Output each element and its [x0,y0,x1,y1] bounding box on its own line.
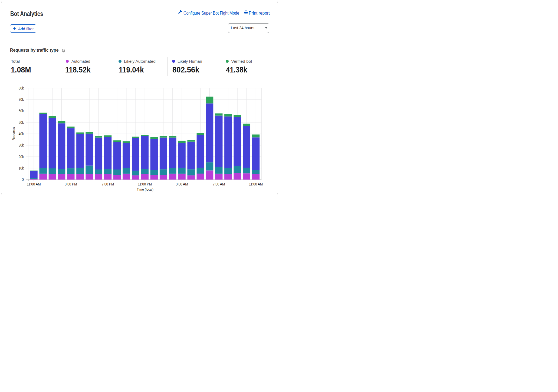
svg-text:70k: 70k [19,97,24,102]
svg-text:10k: 10k [19,166,24,170]
svg-text:Time (local): Time (local) [137,187,153,191]
svg-text:11:00 PM: 11:00 PM [138,182,152,186]
svg-text:3:00 AM: 3:00 AM [176,182,188,186]
svg-text:3:00 PM: 3:00 PM [65,182,77,186]
svg-text:7:00 AM: 7:00 AM [213,182,225,186]
svg-text:60k: 60k [19,109,24,113]
svg-text:0: 0 [22,177,24,182]
svg-text:Requests: Requests [12,127,16,141]
svg-text:40k: 40k [19,132,24,136]
svg-text:80k: 80k [19,86,24,90]
svg-text:11:00 AM: 11:00 AM [249,182,263,186]
svg-text:11:00 AM: 11:00 AM [27,182,41,186]
svg-text:7:00 PM: 7:00 PM [102,182,114,186]
svg-text:50k: 50k [19,120,24,125]
svg-text:20k: 20k [19,155,24,159]
svg-text:30k: 30k [19,143,24,147]
